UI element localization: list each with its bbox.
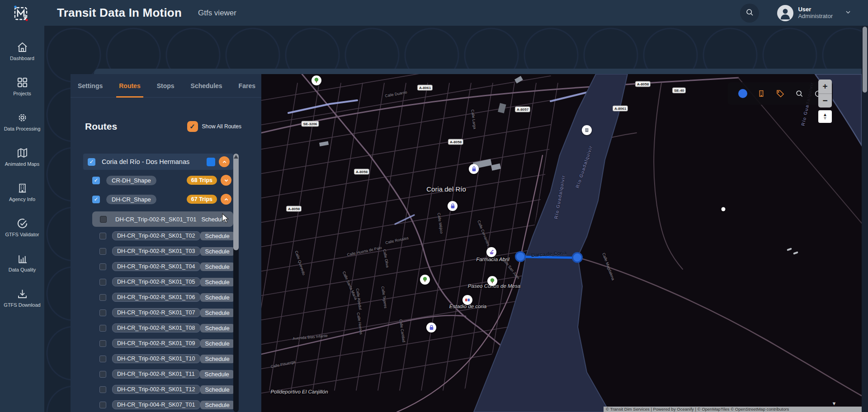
sidebar-item-data-quality[interactable]: Data Quality: [0, 244, 44, 280]
tab-fares[interactable]: Fares: [239, 74, 255, 98]
trip-row[interactable]: DH-CR_Trip-002-R_SK01_T12ScheduleR: [99, 383, 231, 396]
route-color-swatch[interactable]: [207, 158, 215, 166]
route-collapse-button[interactable]: [219, 156, 230, 167]
shape-row-cr-dh-shape[interactable]: ✓CR-DH_Shape68 Trips: [92, 173, 231, 187]
route-checkbox[interactable]: ✓: [88, 158, 95, 166]
route-point[interactable]: [572, 252, 583, 263]
trip-name[interactable]: DH-CR_Trip-002-R_SK01_T06: [112, 293, 200, 302]
trip-name[interactable]: DH-CR_Trip-004-R_SK07_T01: [112, 400, 200, 409]
user-avatar[interactable]: [777, 5, 793, 21]
trip-name[interactable]: DH-CR_Trip-002-R_SK01_T07: [112, 308, 200, 317]
zoom-out-button[interactable]: −: [818, 94, 832, 108]
sidebar-item-agency-info[interactable]: Agency Info: [0, 174, 44, 209]
trip-name[interactable]: DH-CR_Trip-002-R_SK01_T10: [112, 354, 200, 363]
tab-settings[interactable]: Settings: [78, 74, 103, 98]
trip-row[interactable]: DH-CR_Trip-002-R_SK01_T02ScheduleR: [99, 229, 231, 242]
trip-checkbox[interactable]: [99, 371, 106, 378]
sidebar-item-dashboard[interactable]: Dashboard: [0, 33, 44, 68]
show-all-routes-checkbox[interactable]: ✓: [187, 121, 198, 132]
trip-schedule-button[interactable]: Schedule: [200, 401, 233, 409]
trip-row[interactable]: DH-CR_Trip-002-R_SK01_T06ScheduleR: [99, 291, 231, 304]
tab-stops[interactable]: Stops: [157, 74, 175, 98]
trip-name[interactable]: DH-CR_Trip-002-R_SK01_T02: [112, 231, 200, 240]
trip-name[interactable]: DH-CR_Trip-002-R_SK01_T05: [112, 277, 200, 286]
trip-name[interactable]: DH-CR_Trip-002-R_SK01_T09: [112, 339, 200, 348]
trip-name[interactable]: DH-CR_Trip-002-R_SK01_T04: [112, 262, 200, 271]
page-scrollbar-thumb[interactable]: [863, 27, 867, 93]
trip-row[interactable]: DH-CR_Trip-002-R_SK01_T05ScheduleR: [99, 276, 231, 288]
shape-row-dh-cr-shape[interactable]: ✓DH-CR_Shape67 Trips: [92, 192, 231, 206]
trip-name[interactable]: DH-CR_Trip-002-R_SK01_T03: [112, 247, 200, 256]
trip-row[interactable]: DH-CR_Trip-002-R_SK01_T11ScheduleR: [99, 368, 231, 380]
attribution-toggle-icon[interactable]: ▼: [830, 400, 838, 407]
routes-scrollbar-thumb[interactable]: [233, 154, 239, 250]
map-tool-building-button[interactable]: [755, 88, 767, 99]
trip-checkbox[interactable]: [99, 386, 106, 393]
page-scrollbar[interactable]: [862, 26, 868, 412]
app-logo-icon[interactable]: [12, 4, 31, 23]
show-all-routes-toggle[interactable]: ✓ Show All Routes: [187, 121, 241, 132]
trip-schedule-button[interactable]: Schedule: [200, 262, 233, 271]
shape-checkbox[interactable]: ✓: [92, 177, 100, 184]
trip-schedule-button[interactable]: Schedule: [200, 385, 233, 394]
trip-schedule-button[interactable]: Schedule: [200, 355, 233, 363]
trip-checkbox[interactable]: [99, 233, 106, 239]
map-tool-blue-circle-button[interactable]: [737, 88, 749, 99]
sidebar-item-data-processing[interactable]: Data Processing: [0, 103, 44, 139]
trip-schedule-button[interactable]: Schedule: [200, 324, 233, 332]
trip-row[interactable]: DH-CR_Trip-002-R_SK01_T01ScheduleR: [92, 211, 233, 227]
trip-name[interactable]: DH-CR_Trip-002-R_SK01_T12: [112, 385, 200, 394]
user-menu[interactable]: User Administrator: [798, 6, 833, 20]
shape-collapse-button[interactable]: [221, 194, 231, 205]
map-canvas[interactable]: Coria del RíoRío GuadalquivirRío Guadalq…: [261, 74, 862, 412]
shape-expand-button[interactable]: [221, 175, 231, 186]
trip-checkbox[interactable]: [99, 309, 106, 316]
trip-row[interactable]: DH-CR_Trip-002-R_SK01_T04ScheduleR: [99, 260, 231, 273]
trip-row[interactable]: DH-CR_Trip-002-R_SK01_T10ScheduleR: [99, 352, 231, 365]
trip-name[interactable]: DH-CR_Trip-002-R_SK01_T11: [112, 370, 200, 379]
trip-name[interactable]: DH-CR_Trip-002-R_SK01_T01: [113, 215, 196, 224]
sidebar-item-projects[interactable]: Projects: [0, 68, 44, 103]
trip-row[interactable]: DH-CR_Trip-002-R_SK01_T03ScheduleR: [99, 245, 231, 258]
trips-count-badge[interactable]: 68 Trips: [187, 176, 217, 185]
trip-row[interactable]: DH-CR_Trip-002-R_SK01_T08ScheduleR: [99, 322, 231, 334]
trip-checkbox[interactable]: [99, 263, 106, 270]
tilt-down-button[interactable]: ▼: [823, 117, 827, 120]
trip-schedule-button[interactable]: Schedule: [200, 370, 233, 379]
trip-schedule-button[interactable]: Schedule: [200, 232, 233, 240]
trip-schedule-button[interactable]: Schedule: [196, 215, 231, 224]
shape-name[interactable]: DH-CR_Shape: [106, 195, 156, 204]
trip-checkbox[interactable]: [99, 248, 106, 255]
trip-row[interactable]: DH-CR_Trip-002-R_SK01_T09ScheduleR: [99, 337, 231, 350]
trip-checkbox[interactable]: [100, 216, 107, 223]
trip-checkbox[interactable]: [99, 279, 106, 286]
tab-routes[interactable]: Routes: [119, 74, 140, 98]
sidebar-item-animated-maps[interactable]: Animated Maps: [0, 139, 44, 174]
trip-checkbox[interactable]: [99, 356, 106, 362]
trip-row[interactable]: DH-CR_Trip-002-R_SK01_T07ScheduleR: [99, 306, 231, 319]
trip-checkbox[interactable]: [99, 325, 106, 332]
trip-schedule-button[interactable]: Schedule: [200, 278, 233, 286]
search-button[interactable]: [740, 4, 759, 23]
sidebar-item-gtfs-download[interactable]: GTFS Download: [0, 280, 44, 315]
shape-checkbox[interactable]: ✓: [92, 196, 100, 203]
trip-row[interactable]: DH-CR_Trip-004-R_SK07_T01ScheduleR: [99, 398, 231, 411]
trip-schedule-button[interactable]: Schedule: [200, 339, 233, 348]
zoom-in-button[interactable]: +: [818, 80, 832, 94]
trip-checkbox[interactable]: [99, 402, 106, 408]
trip-checkbox[interactable]: [99, 340, 106, 347]
map-tool-search-button[interactable]: [793, 88, 805, 99]
trip-name[interactable]: DH-CR_Trip-002-R_SK01_T08: [112, 323, 200, 332]
route-header-row[interactable]: ✓ Coria del Río - Dos Hermanas: [83, 154, 233, 170]
route-point[interactable]: [515, 251, 526, 262]
trip-schedule-button[interactable]: Schedule: [200, 309, 233, 317]
tab-schedules[interactable]: Schedules: [191, 74, 222, 98]
trip-schedule-button[interactable]: Schedule: [200, 293, 233, 302]
trip-schedule-button[interactable]: Schedule: [200, 247, 233, 256]
trips-count-badge[interactable]: 67 Trips: [187, 195, 217, 204]
map-tool-tag-button[interactable]: [774, 88, 786, 99]
user-menu-chevron-down-icon[interactable]: [844, 9, 852, 18]
routes-scrollbar[interactable]: [233, 154, 239, 412]
trip-checkbox[interactable]: [99, 294, 106, 301]
sidebar-item-gtfs-validator[interactable]: GTFS Validator: [0, 209, 44, 244]
